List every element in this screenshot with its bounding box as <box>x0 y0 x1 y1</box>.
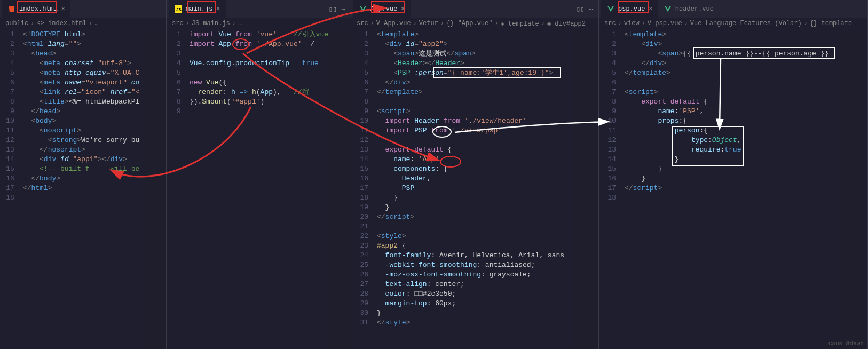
breadcrumb-item[interactable]: public <box>5 20 28 27</box>
code-line[interactable]: components: { <box>377 164 572 174</box>
code-line[interactable] <box>377 222 572 232</box>
code-line[interactable]: text-align: center; <box>377 280 572 289</box>
breadcrumb[interactable]: public›<> index.html›… <box>0 18 166 29</box>
code-editor[interactable]: 1234567891011121314151617181920212223242… <box>351 29 598 349</box>
code-line[interactable]: </body> <box>23 174 144 184</box>
close-icon[interactable]: × <box>61 5 65 13</box>
code-line[interactable]: margin-top: 60px; <box>377 299 572 308</box>
code-line[interactable]: } <box>625 164 841 174</box>
code-line[interactable]: </template> <box>377 88 572 97</box>
code-line[interactable]: </style> <box>377 318 572 328</box>
code-line[interactable]: <head> <box>23 49 144 59</box>
code-line[interactable] <box>625 78 841 88</box>
code-editor[interactable]: 123456789101112131415161718<!DOCTYPE htm… <box>0 29 166 349</box>
code-line[interactable]: <noscript> <box>23 126 144 136</box>
code-line[interactable]: <link rel="icon" href="< <box>23 88 144 97</box>
code-line[interactable]: } <box>377 308 572 318</box>
code-line[interactable]: <!DOCTYPE html> <box>23 30 144 39</box>
breadcrumb[interactable]: src›JS main.js›… <box>167 18 351 29</box>
more-icon[interactable]: ⋯ <box>341 5 345 13</box>
code-line[interactable]: <span>这是测试</span> <box>377 49 572 59</box>
code-line[interactable]: import Header from './view/header' <box>377 116 572 126</box>
breadcrumb-item[interactable]: ◈ div#app2 <box>547 20 586 28</box>
code-line[interactable] <box>23 193 144 203</box>
code-line[interactable]: <PSP :person="{ name:'学生1',age:19 }"> <box>377 68 572 78</box>
code-line[interactable]: <html lang=""> <box>23 39 144 49</box>
close-icon[interactable]: × <box>648 5 652 13</box>
code-line[interactable]: color: □□#2c3e50; <box>377 289 572 299</box>
breadcrumb-item[interactable]: JS main.js <box>192 20 230 27</box>
code-line[interactable]: props:{ <box>625 116 841 126</box>
code-line[interactable] <box>377 136 572 145</box>
code-line[interactable]: PSP <box>377 184 572 193</box>
split-icon[interactable]: ▯▯ <box>329 5 337 13</box>
code-line[interactable]: person:{ <box>625 126 841 136</box>
tab-header-vue[interactable]: header.vue <box>658 0 719 18</box>
tab-psp-vue[interactable]: psp.vue× <box>601 0 658 18</box>
code-line[interactable]: render: h => h(App), //渲 <box>190 88 328 97</box>
code-line[interactable]: <meta http-equiv="X-UA-C <box>23 68 144 78</box>
breadcrumb-item[interactable]: Vetur <box>419 20 438 27</box>
code-line[interactable]: <style> <box>377 232 572 241</box>
breadcrumb[interactable]: src›V App.vue›Vetur›{} "App.vue"›◈ templ… <box>351 18 598 29</box>
breadcrumb-item[interactable]: … <box>238 20 242 27</box>
code-line[interactable]: export default { <box>377 145 572 155</box>
code-line[interactable]: <script> <box>625 88 841 97</box>
breadcrumb-item[interactable]: V psp.vue <box>648 20 682 27</box>
code-editor[interactable]: 123456789import Vue from 'vue' //引入vueim… <box>167 29 351 349</box>
breadcrumb-item[interactable]: view <box>624 20 640 27</box>
tab-App-vue[interactable]: App.vue× <box>353 0 411 18</box>
code-line[interactable]: <template> <box>625 30 841 39</box>
code-line[interactable]: } <box>625 174 841 184</box>
code-line[interactable] <box>625 193 841 203</box>
code-line[interactable]: <meta name="viewport" co <box>23 78 144 88</box>
code-line[interactable]: } <box>377 203 572 212</box>
code-content[interactable]: import Vue from 'vue' //引入vueimport App … <box>190 29 328 349</box>
code-line[interactable]: <meta charset="utf-8"> <box>23 59 144 68</box>
breadcrumb-item[interactable]: Vue Language Features (Volar) <box>690 20 802 27</box>
code-line[interactable]: Header, <box>377 174 572 184</box>
code-line[interactable] <box>377 97 572 107</box>
code-line[interactable]: <body> <box>23 116 144 126</box>
code-line[interactable]: Vue.config.productionTip = true <box>190 59 328 68</box>
code-line[interactable]: </script> <box>625 184 841 193</box>
code-line[interactable]: <div id="app1"></div> <box>23 155 144 164</box>
breadcrumb-item[interactable]: src <box>604 20 616 27</box>
code-line[interactable]: </script> <box>377 212 572 222</box>
code-line[interactable]: </div> <box>625 59 841 68</box>
code-line[interactable]: <!-- built f will be <box>23 164 144 174</box>
split-icon[interactable]: ▯▯ <box>577 5 585 13</box>
breadcrumb-item[interactable]: V App.vue <box>376 20 411 27</box>
tab-main-js[interactable]: JSmain.js× <box>169 0 226 18</box>
code-line[interactable]: name:'PSP', <box>625 107 841 116</box>
breadcrumb-item[interactable]: src <box>357 20 368 27</box>
minimap[interactable] <box>572 29 598 349</box>
minimap[interactable] <box>144 29 166 349</box>
code-line[interactable]: <title><%= htmlWebpackPl <box>23 97 144 107</box>
minimap[interactable] <box>328 29 351 349</box>
code-line[interactable] <box>190 68 328 78</box>
code-line[interactable]: <script> <box>377 107 572 116</box>
code-line[interactable]: <div id="app2"> <box>377 39 572 49</box>
code-line[interactable]: <div> <box>625 39 841 49</box>
code-line[interactable]: require:true <box>625 145 841 155</box>
code-line[interactable]: -webkit-font-smoothing: antialiased; <box>377 260 572 270</box>
breadcrumb-item[interactable]: {} template <box>810 20 852 27</box>
code-line[interactable]: new Vue({ <box>190 78 328 88</box>
breadcrumb-item[interactable]: src <box>172 20 184 27</box>
code-line[interactable]: </head> <box>23 107 144 116</box>
code-line[interactable]: font-family: Avenir, Helvetica, Arial, s… <box>377 251 572 260</box>
code-line[interactable]: </template> <box>625 68 841 78</box>
code-line[interactable]: import App from './App.vue' / <box>190 39 328 49</box>
close-icon[interactable]: × <box>400 5 405 13</box>
code-line[interactable]: name: 'App', <box>377 155 572 164</box>
breadcrumb-item[interactable]: … <box>94 20 98 27</box>
code-line[interactable]: } <box>377 193 572 203</box>
code-line[interactable]: <strong>We're sorry bu <box>23 136 144 145</box>
code-line[interactable]: export default { <box>625 97 841 107</box>
breadcrumb-item[interactable]: {} "App.vue" <box>446 20 492 27</box>
code-line[interactable]: }).$mount('#app1') <box>190 97 328 107</box>
close-icon[interactable]: × <box>216 5 220 13</box>
code-line[interactable]: } <box>625 155 841 164</box>
more-icon[interactable]: ⋯ <box>589 5 593 13</box>
